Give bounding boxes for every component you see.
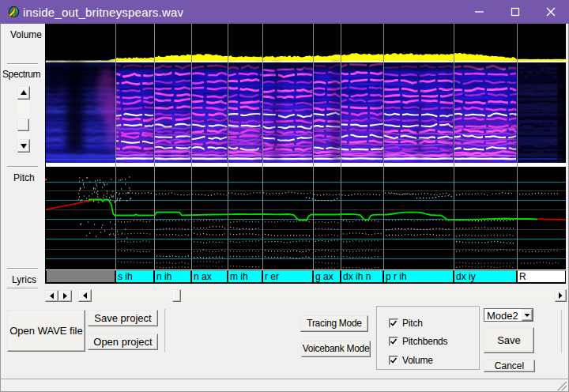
svg-text:dx iy: dx iy	[456, 271, 476, 282]
svg-text:dx ih n: dx ih n	[343, 271, 371, 282]
svg-text:g ax: g ax	[315, 271, 333, 282]
svg-text:m ih: m ih	[230, 271, 248, 282]
svg-text:p r ih: p r ih	[386, 271, 407, 282]
svg-text:s ih: s ih	[118, 271, 133, 282]
svg-text:n ax: n ax	[194, 271, 212, 282]
svg-text:r er: r er	[265, 271, 279, 282]
svg-text:R: R	[519, 271, 526, 282]
svg-text:n ih: n ih	[156, 271, 171, 282]
